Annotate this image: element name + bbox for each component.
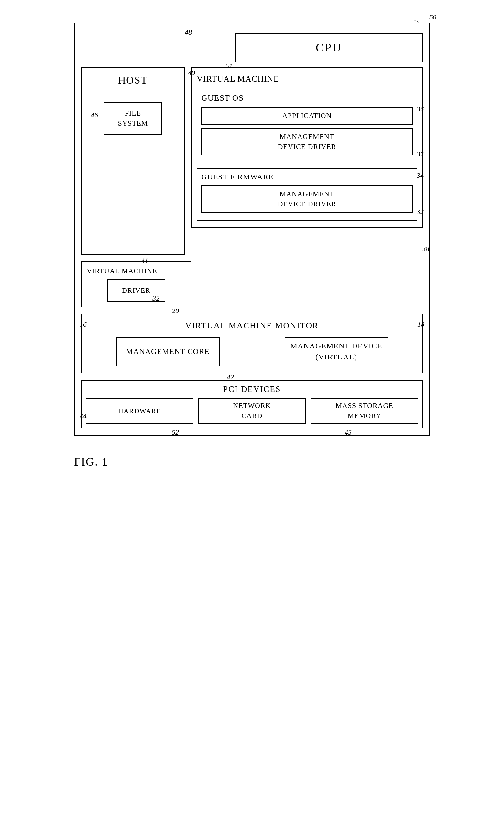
guest-firmware-title: GUEST FIRMWARE xyxy=(201,172,413,181)
driver-label: DRIVER xyxy=(122,286,150,295)
guest-os-box: GUEST OS APPLICATION MANAGEMENTDEVICE DR… xyxy=(197,89,417,163)
ref-32-2: 32 xyxy=(417,208,424,216)
pci-inner-row: HARDWARE NETWORKCARD MASS STORAGEMEMORY xyxy=(86,398,418,424)
management-core-label: MANAGEMENT CORE xyxy=(126,346,210,357)
file-system-box: FILESYSTEM xyxy=(104,102,162,135)
vm-title: VIRTUAL MACHINE xyxy=(197,74,417,84)
mass-storage-label: MASS STORAGEMEMORY xyxy=(335,401,393,421)
management-core-box: MANAGEMENT CORE xyxy=(116,337,220,366)
guest-os-title: GUEST OS xyxy=(201,93,413,103)
network-card-label: NETWORKCARD xyxy=(233,401,271,421)
ref-48: 48 xyxy=(185,28,192,37)
host-box: HOST FILESYSTEM xyxy=(81,67,185,255)
outer-box: 48 51 CPU 40 xyxy=(74,23,430,436)
vm-driver-title: VIRTUAL MACHINE xyxy=(87,267,186,275)
mgmt-driver-label-2: MANAGEMENTDEVICE DRIVER xyxy=(278,189,336,209)
ref-50: 50 xyxy=(429,13,436,21)
cpu-box: CPU xyxy=(235,33,423,62)
management-device-virtual-box: MANAGEMENT DEVICE(VIRTUAL) xyxy=(285,337,388,366)
hardware-box: HARDWARE xyxy=(86,398,193,424)
mgmt-driver-box-2: MANAGEMENTDEVICE DRIVER xyxy=(201,185,413,213)
management-device-virtual-label: MANAGEMENT DEVICE(VIRTUAL) xyxy=(290,341,382,362)
file-system-label: FILESYSTEM xyxy=(118,108,148,128)
ref-36: 36 xyxy=(417,105,424,113)
pci-title: PCI DEVICES xyxy=(86,384,418,394)
cpu-label: CPU xyxy=(316,41,342,54)
host-title: HOST xyxy=(82,68,184,89)
mgmt-driver-box-1: MANAGEMENTDEVICE DRIVER xyxy=(201,128,413,156)
application-box: APPLICATION xyxy=(201,107,413,125)
vmm-box: VIRTUAL MACHINE MONITOR MANAGEMENT CORE … xyxy=(81,314,423,373)
pci-outer-box: PCI DEVICES HARDWARE NETWORKCARD MASS ST… xyxy=(81,380,423,428)
vmm-title: VIRTUAL MACHINE MONITOR xyxy=(88,321,416,331)
ref-52: 52 xyxy=(172,428,179,437)
hardware-label: HARDWARE xyxy=(118,406,161,416)
ref-34: 34 xyxy=(417,171,424,180)
network-card-box: NETWORKCARD xyxy=(198,398,306,424)
fig-caption: FIG. 1 xyxy=(74,455,430,469)
vm-driver-box: VIRTUAL MACHINE DRIVER xyxy=(81,261,191,307)
mgmt-driver-label-1: MANAGEMENTDEVICE DRIVER xyxy=(278,132,336,152)
guest-firmware-box: GUEST FIRMWARE MANAGEMENTDEVICE DRIVER xyxy=(197,168,417,221)
driver-box: DRIVER xyxy=(107,279,165,302)
mass-storage-box: MASS STORAGEMEMORY xyxy=(311,398,418,424)
ref-32-1: 32 xyxy=(417,150,424,158)
ref-38: 38 xyxy=(422,245,429,253)
vmm-inner-row: MANAGEMENT CORE MANAGEMENT DEVICE(VIRTUA… xyxy=(88,337,416,366)
application-label: APPLICATION xyxy=(282,111,332,121)
virtual-machine-box: VIRTUAL MACHINE 36 32 GUEST OS xyxy=(191,67,423,228)
ref-45: 45 xyxy=(345,428,352,437)
diagram: 50 ⌒ 48 51 CPU xyxy=(74,13,430,469)
